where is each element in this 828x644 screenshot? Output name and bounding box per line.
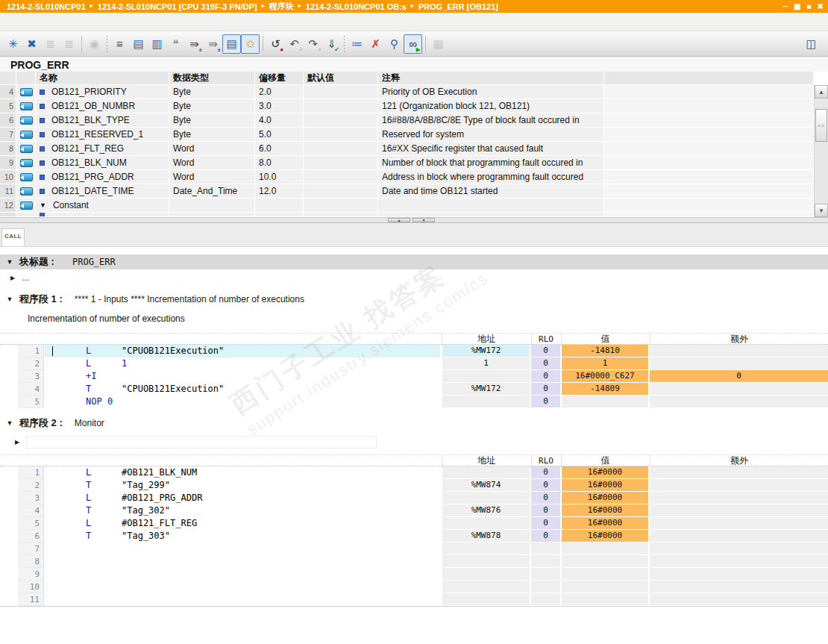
interface-row[interactable]: 8OB121_FLT_REGWord6.016#XX Specific regi… <box>0 142 814 156</box>
code-text[interactable] <box>45 581 440 593</box>
block-title-row[interactable]: ▼ 块标题 : PROG_ERR <box>0 254 828 269</box>
interface-row[interactable]: 4OB121_PRIORITYByte2.0Priority of OB Exe… <box>0 85 814 99</box>
interface-vertical-scrollbar[interactable]: ▲ ≡≡ ▼ <box>814 85 828 217</box>
code-line[interactable]: 7 <box>0 543 828 555</box>
code-text[interactable]: L1 <box>45 357 440 370</box>
row-datatype[interactable]: Byte <box>169 85 255 99</box>
code-text[interactable] <box>45 593 440 606</box>
delete-network-icon[interactable]: ✖ <box>22 34 41 54</box>
row-name-cell[interactable]: OB121_OB_NUMBR <box>36 99 169 113</box>
code-line[interactable]: 3+I016#0000_C6270 <box>0 370 828 383</box>
group-collapse-icon[interactable]: ▼ <box>40 201 46 209</box>
code-line[interactable]: 1L"CPUOB121Execution"%MW1720-14810 <box>0 345 828 357</box>
block-comment-row[interactable]: ▶ ... <box>0 271 828 284</box>
call-environment-icon[interactable]: ⚲ <box>385 34 404 54</box>
code-line[interactable]: 2L1101 <box>0 357 828 370</box>
network-1-comment[interactable]: Incrementation of number of executions <box>28 313 828 325</box>
split-editor-space-icon[interactable]: ◫ <box>802 34 821 54</box>
code-line[interactable]: 8 <box>0 555 828 568</box>
code-line[interactable]: 2T"Tag_299"%MW874016#0000 <box>0 479 828 492</box>
open-all-networks-icon[interactable]: ▤ <box>129 34 148 54</box>
code-line[interactable]: 5L#OB121_FLT_REG016#0000 <box>0 517 828 530</box>
row-datatype[interactable]: Word <box>169 170 255 184</box>
code-line[interactable]: 9 <box>0 568 828 581</box>
favorites-icon[interactable]: ✩ <box>241 34 260 54</box>
row-comment[interactable]: Date and time OB121 started <box>378 184 604 198</box>
close-all-networks-icon[interactable]: ▥ <box>148 34 166 54</box>
row-default[interactable] <box>304 113 378 128</box>
maximize-button[interactable]: ■ <box>807 2 812 10</box>
breadcrumb-item[interactable]: PROG_ERR [OB121] <box>418 2 498 11</box>
row-name-cell[interactable]: ▼Constant <box>36 198 169 213</box>
remove-call-environment-icon[interactable]: ✗ <box>366 34 385 54</box>
row-name-cell[interactable]: OB121_PRIORITY <box>36 85 169 99</box>
row-default[interactable] <box>304 198 378 213</box>
row-default[interactable] <box>304 85 378 99</box>
row-datatype[interactable]: Date_And_Time <box>169 184 255 198</box>
close-button[interactable]: ✖ <box>818 2 824 10</box>
goto-previous-error-icon[interactable]: ↶▫ <box>285 34 304 54</box>
row-name-cell[interactable]: OB121_BLK_TYPE <box>36 113 169 128</box>
interface-row[interactable]: 5OB121_OB_NUMBRByte3.0121 (Organization … <box>0 99 814 113</box>
network-2-comment-row[interactable]: ▶ <box>4 435 828 448</box>
call-tab[interactable]: CALL <box>1 228 25 246</box>
code-line[interactable]: 1L#OB121_BLK_NUM016#0000 <box>0 466 828 479</box>
row-name-cell[interactable]: OB121_RESERVED_1 <box>36 128 169 142</box>
code-text[interactable]: T"Tag_302" <box>45 504 440 517</box>
code-line[interactable]: 4T"Tag_302"%MW876016#0000 <box>0 504 828 517</box>
interface-row[interactable]: 9OB121_BLK_NUMWord8.0Number of block tha… <box>0 156 814 170</box>
splitter-collapse-up-button[interactable]: ▲ <box>388 218 410 222</box>
splitter-collapse-down-button[interactable]: ▼ <box>413 218 435 222</box>
breadcrumb-item[interactable]: 1214-2-SL010NCP01 [CPU 319F-3 PN/DP] <box>98 2 257 11</box>
row-comment[interactable]: Reserved for system <box>378 128 604 142</box>
code-text[interactable]: T"CPUOB121Execution" <box>45 383 440 396</box>
row-default[interactable] <box>304 170 378 184</box>
scroll-down-button[interactable]: ▼ <box>815 204 828 217</box>
row-default[interactable] <box>304 184 378 198</box>
network-1-subtitle[interactable]: **** 1 - Inputs **** Incrementation of n… <box>75 294 304 304</box>
collapse-triangle-icon[interactable]: ▼ <box>0 296 19 303</box>
rewire-block-icon[interactable]: ≣ <box>60 34 78 54</box>
code-text[interactable]: T"Tag_303" <box>45 530 440 543</box>
code-text[interactable]: L#OB121_PRG_ADDR <box>45 492 440 504</box>
breadcrumb-item[interactable]: 1214-2-SL010NCP01 OB:s <box>306 2 407 11</box>
col-header-default[interactable]: 默认值 <box>304 72 378 85</box>
insert-data-block-icon[interactable]: ⇛± <box>185 34 204 54</box>
interface-splitter[interactable]: ▲ ▼ <box>0 217 828 223</box>
row-comment[interactable]: 16#88/8A/8B/8C/8E Type of block fault oc… <box>378 113 604 128</box>
code-text[interactable]: L"CPUOB121Execution" <box>45 345 440 357</box>
restore-button[interactable]: ▣ <box>794 2 800 10</box>
minimize-button[interactable]: ─ <box>782 2 788 10</box>
network-2-header[interactable]: ▼ 程序段 2 : Monitor <box>0 416 828 431</box>
expand-triangle-icon[interactable]: ▶ <box>10 275 15 281</box>
expand-triangle-icon[interactable]: ▶ <box>15 439 19 446</box>
row-name-cell[interactable]: OB121_BLK_NUM <box>36 156 169 170</box>
row-comment[interactable] <box>378 198 604 213</box>
interface-row[interactable]: 6OB121_BLK_TYPEByte4.016#88/8A/8B/8C/8E … <box>0 113 814 128</box>
goto-definition-icon[interactable]: ≔ <box>348 34 366 54</box>
block-title-value[interactable]: PROG_ERR <box>72 257 116 267</box>
interface-row[interactable]: 11OB121_DATE_TIMEDate_And_Time12.0Date a… <box>0 184 814 198</box>
scroll-thumb[interactable]: ≡≡ <box>815 109 827 142</box>
row-comment[interactable]: Priority of OB Execution <box>378 85 604 99</box>
row-datatype[interactable]: Byte <box>169 128 255 142</box>
update-data-block-icon[interactable]: ⇛± <box>204 34 222 54</box>
network-2-subtitle[interactable]: Monitor <box>75 418 104 428</box>
code-text[interactable] <box>45 555 440 568</box>
col-header-datatype[interactable]: 数据类型 <box>169 72 255 85</box>
insert-network-icon[interactable]: ✳ <box>4 34 22 54</box>
col-header-comment[interactable]: 注释 <box>378 72 604 85</box>
row-datatype[interactable]: Byte <box>169 113 255 128</box>
row-default[interactable] <box>304 142 378 156</box>
col-header-offset[interactable]: 偏移量 <box>255 72 304 85</box>
row-datatype[interactable]: Word <box>169 156 255 170</box>
interface-row[interactable]: 7OB121_RESERVED_1Byte5.0Reserved for sys… <box>0 128 814 142</box>
code-line[interactable]: 11 <box>0 593 828 606</box>
code-text[interactable]: L#OB121_FLT_REG <box>45 517 440 530</box>
row-comment[interactable]: Address in block where programming fault… <box>378 170 604 184</box>
reset-start-values-icon[interactable]: ◉ <box>85 34 104 54</box>
code-text[interactable]: +I <box>45 370 440 383</box>
block-comment-text[interactable]: ... <box>22 272 29 283</box>
collapse-triangle-icon[interactable]: ▼ <box>0 258 19 266</box>
discard-changes-icon[interactable]: ↺● <box>266 34 285 54</box>
